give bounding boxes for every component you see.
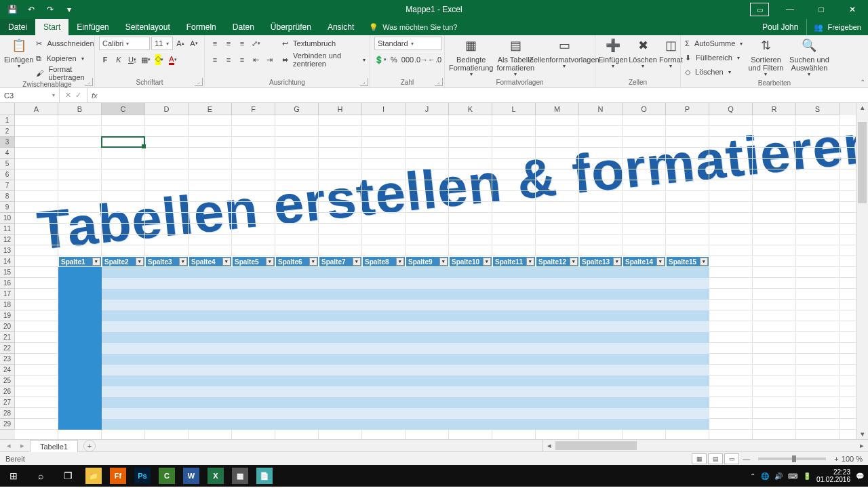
row-header[interactable]: 3 <box>0 137 15 148</box>
align-middle-button[interactable]: ≡ <box>222 37 235 49</box>
share-button[interactable]: 👥 Freigeben <box>806 19 868 35</box>
column-header[interactable]: B <box>58 103 102 115</box>
fill-handle[interactable] <box>142 144 146 148</box>
table-row[interactable] <box>102 343 709 354</box>
table-header-cell[interactable]: Spalte7▾ <box>319 256 362 267</box>
sort-filter-button[interactable]: ⇅Sortieren und Filtern▾ <box>745 37 786 78</box>
column-header[interactable]: H <box>319 103 362 115</box>
align-top-button[interactable]: ≡ <box>209 37 221 49</box>
copy-button[interactable]: ⧉ Kopieren ▾ <box>36 52 94 65</box>
table-row[interactable] <box>102 267 709 278</box>
row-header[interactable]: 11 <box>0 224 15 235</box>
wrap-text-button[interactable]: ↩ Textumbruch <box>282 37 366 50</box>
cut-button[interactable]: ✂ Ausschneiden <box>36 37 94 50</box>
increase-indent-button[interactable]: ⇥ <box>263 54 275 66</box>
row-header[interactable]: 28 <box>0 408 15 419</box>
number-format-combo[interactable]: Standard▾ <box>374 37 442 50</box>
column-header[interactable]: N <box>579 103 623 115</box>
network-icon[interactable]: 🌐 <box>761 472 769 480</box>
filter-button[interactable]: ▾ <box>439 258 448 266</box>
row-header[interactable]: 26 <box>0 386 15 397</box>
table-row[interactable] <box>102 332 709 343</box>
column-header[interactable]: J <box>406 103 449 115</box>
table-header-cell[interactable]: Spalte13▾ <box>579 256 623 267</box>
filter-button[interactable]: ▾ <box>92 258 100 266</box>
percent-button[interactable]: % <box>388 54 400 66</box>
row-header[interactable]: 5 <box>0 159 15 169</box>
table-header-cell[interactable]: Spalte9▾ <box>406 256 449 267</box>
row-header[interactable]: 16 <box>0 278 15 289</box>
filter-button[interactable]: ▾ <box>266 258 274 266</box>
column-header[interactable]: E <box>189 103 232 115</box>
filter-button[interactable]: ▾ <box>136 258 144 266</box>
italic-button[interactable]: K <box>113 54 125 66</box>
font-launcher[interactable]: ⌟ <box>195 78 203 86</box>
taskbar-app-excel[interactable]: X <box>203 465 228 487</box>
delete-cells-button[interactable]: ✖Löschen▾ <box>629 37 656 70</box>
cancel-formula-button[interactable]: ✕ <box>65 91 71 100</box>
tab-seitenlayout[interactable]: Seitenlayout <box>117 19 178 35</box>
hscroll-left[interactable]: ◂ <box>543 441 555 450</box>
minimize-button[interactable]: — <box>774 0 806 19</box>
table-header-cell[interactable]: Spalte10▾ <box>449 256 492 267</box>
alignment-launcher[interactable]: ⌟ <box>360 78 368 86</box>
merge-center-button[interactable]: ⬌ Verbinden und zentrieren ▾ <box>282 53 366 66</box>
table-row[interactable] <box>102 310 709 321</box>
zoom-in-button[interactable]: + <box>834 455 838 463</box>
align-center-button[interactable]: ≡ <box>222 54 235 66</box>
taskbar-app-calc[interactable]: ▦ <box>228 465 252 487</box>
border-button[interactable]: ▦▾ <box>140 54 152 66</box>
tell-me[interactable]: 💡 Was möchten Sie tun? <box>362 19 464 35</box>
decrease-indent-button[interactable]: ⇤ <box>250 54 262 66</box>
tab-formeln[interactable]: Formeln <box>178 19 224 35</box>
row-header[interactable]: 1 <box>0 115 15 126</box>
new-sheet-button[interactable]: + <box>83 440 96 452</box>
filter-button[interactable]: ▾ <box>483 258 491 266</box>
battery-icon[interactable]: 🔋 <box>803 472 811 480</box>
grow-font-button[interactable]: A▴ <box>174 37 186 49</box>
tab-ueberpruefen[interactable]: Überprüfen <box>262 19 319 35</box>
shrink-font-button[interactable]: A▾ <box>188 37 200 49</box>
taskbar-app-firefox[interactable]: Ff <box>106 465 130 487</box>
table-row[interactable] <box>102 354 709 365</box>
close-button[interactable]: ✕ <box>837 0 868 19</box>
align-right-button[interactable]: ≡ <box>236 54 248 66</box>
table-row[interactable] <box>102 289 709 300</box>
search-button[interactable]: ⌕ <box>27 465 54 487</box>
table-row[interactable] <box>102 300 709 310</box>
taskbar-app-photoshop[interactable]: Ps <box>130 465 155 487</box>
decrease-decimal-button[interactable]: ←.0 <box>429 54 441 66</box>
table-header-cell[interactable]: Spalte8▾ <box>362 256 406 267</box>
row-header[interactable]: 22 <box>0 343 15 354</box>
table-header-cell[interactable]: Spalte12▾ <box>536 256 579 267</box>
filter-button[interactable]: ▾ <box>526 258 534 266</box>
column-header[interactable]: G <box>275 103 319 115</box>
tab-start[interactable]: Start <box>35 19 68 35</box>
collapse-ribbon-button[interactable]: ⌃ <box>860 79 865 86</box>
column-header[interactable]: R <box>753 103 796 115</box>
filter-button[interactable]: ▾ <box>396 258 404 266</box>
column-header[interactable]: M <box>536 103 579 115</box>
taskbar-app-explorer[interactable]: 📁 <box>81 465 106 487</box>
table-row[interactable] <box>102 278 709 289</box>
maximize-button[interactable]: □ <box>806 0 837 19</box>
filter-button[interactable]: ▾ <box>570 258 578 266</box>
taskbar-app-word[interactable]: W <box>179 465 203 487</box>
filter-button[interactable]: ▾ <box>613 258 621 266</box>
comma-button[interactable]: 000 <box>401 54 414 66</box>
row-header[interactable]: 8 <box>0 191 15 202</box>
filter-button[interactable]: ▾ <box>222 258 231 266</box>
table-row[interactable] <box>102 419 709 430</box>
increase-decimal-button[interactable]: .0→ <box>415 54 427 66</box>
column-header[interactable]: D <box>145 103 189 115</box>
taskbar-clock[interactable]: 22:23 01.02.2016 <box>816 468 850 483</box>
column-header[interactable]: L <box>492 103 536 115</box>
row-header[interactable]: 6 <box>0 169 15 180</box>
table-row[interactable] <box>102 321 709 332</box>
table-row[interactable] <box>102 375 709 386</box>
orientation-button[interactable]: ⤢▾ <box>250 37 262 49</box>
action-center-icon[interactable]: 💬 <box>856 472 864 480</box>
enter-formula-button[interactable]: ✓ <box>75 91 81 100</box>
language-icon[interactable]: ⌨ <box>788 472 797 480</box>
table-row[interactable] <box>102 365 709 375</box>
